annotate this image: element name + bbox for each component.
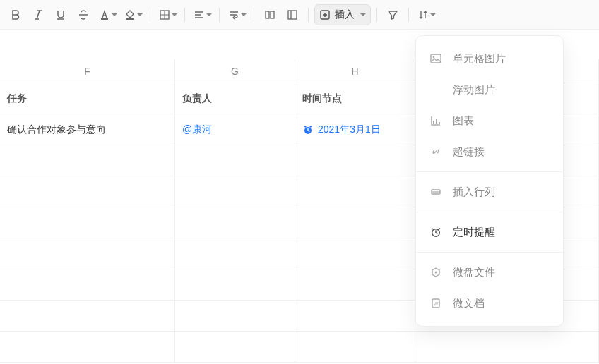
doc-icon: W (429, 296, 443, 310)
svg-rect-7 (126, 18, 134, 20)
toolbar-divider (308, 8, 309, 22)
insert-label: 插入 (335, 8, 355, 21)
toolbar-divider (376, 8, 377, 22)
toolbar-divider (408, 8, 409, 22)
menu-separator (416, 171, 563, 172)
menu-label: 单元格图片 (453, 52, 506, 66)
col-header-F[interactable]: F (0, 59, 175, 83)
menu-item-reminder[interactable]: 定时提醒 (416, 217, 563, 248)
toolbar: 插入 (0, 0, 599, 30)
toolbar-divider (219, 8, 220, 22)
cell-owner[interactable]: @康河 (175, 114, 295, 145)
menu-label: 微盘文件 (453, 266, 495, 279)
col-header-H[interactable]: H (295, 59, 415, 83)
strikethrough-button[interactable] (73, 5, 93, 25)
insert-button[interactable]: 插入 (314, 4, 371, 25)
chevron-down-icon (360, 13, 366, 16)
menu-separator (416, 212, 563, 212)
wrap-button[interactable] (225, 5, 248, 25)
date-chip[interactable]: 2021年3月1日 (302, 123, 381, 136)
menu-item-floating-image[interactable]: 浮动图片 (416, 74, 563, 105)
chevron-down-icon (137, 13, 143, 16)
filter-button[interactable] (383, 5, 403, 25)
svg-rect-15 (266, 11, 269, 18)
align-button[interactable] (191, 5, 213, 25)
date-text: 2021年3月1日 (318, 123, 381, 136)
svg-rect-6 (101, 18, 108, 20)
chevron-down-icon (172, 13, 177, 16)
table-row (0, 332, 599, 363)
menu-label: 超链接 (453, 145, 485, 159)
plus-box-icon (319, 9, 331, 20)
chevron-down-icon (112, 13, 117, 16)
insert-menu: 单元格图片 浮动图片 图表 超链接 插入行列 定时提醒 微盘文件 W 微文档 (415, 35, 564, 327)
svg-rect-23 (431, 54, 441, 63)
image-icon (429, 51, 443, 66)
cell-task[interactable]: 确认合作对象参与意向 (0, 114, 175, 145)
svg-rect-16 (271, 11, 274, 18)
merge-button[interactable] (260, 5, 280, 25)
fill-color-button[interactable] (121, 5, 144, 25)
menu-item-insert-rc[interactable]: 插入行列 (416, 176, 563, 207)
menu-item-wedoc[interactable]: W 微文档 (416, 288, 563, 319)
blank-icon (429, 83, 443, 97)
menu-label: 插入行列 (453, 186, 495, 199)
header-cell-task[interactable]: 任务 (0, 83, 175, 114)
chevron-down-icon (430, 13, 436, 16)
svg-rect-26 (436, 119, 437, 124)
font-color-button[interactable] (96, 5, 119, 25)
mention[interactable]: @康河 (182, 123, 212, 136)
chevron-down-icon (241, 13, 247, 16)
alarm-icon (302, 124, 314, 135)
svg-rect-17 (288, 11, 297, 19)
chevron-down-icon (206, 13, 212, 16)
freeze-button[interactable] (283, 5, 302, 25)
toolbar-divider (184, 8, 185, 22)
menu-item-hyperlink[interactable]: 超链接 (416, 136, 563, 167)
svg-rect-27 (439, 122, 440, 124)
bold-button[interactable] (6, 5, 25, 25)
menu-label: 微文档 (453, 297, 485, 310)
svg-rect-25 (433, 121, 434, 124)
header-cell-time[interactable]: 时间节点 (295, 83, 415, 114)
col-header-G[interactable]: G (175, 59, 295, 83)
menu-separator (416, 252, 563, 253)
toolbar-divider (254, 8, 254, 22)
cell-time[interactable]: 2021年3月1日 (295, 114, 415, 145)
svg-text:W: W (434, 301, 439, 306)
italic-button[interactable] (28, 5, 48, 25)
menu-item-cell-image[interactable]: 单元格图片 (416, 43, 563, 74)
menu-label: 定时提醒 (453, 226, 495, 239)
chart-icon (429, 114, 443, 128)
toolbar-divider (150, 8, 150, 22)
underline-button[interactable] (51, 5, 71, 25)
svg-point-31 (435, 272, 437, 274)
svg-line-2 (37, 11, 40, 19)
alarm-icon (429, 225, 443, 239)
menu-label: 浮动图片 (453, 83, 495, 97)
borders-button[interactable] (156, 5, 179, 25)
row-col-icon (429, 185, 443, 199)
header-cell-owner[interactable]: 负责人 (175, 83, 295, 114)
svg-point-24 (433, 56, 435, 59)
drive-icon (429, 265, 443, 279)
link-icon (429, 145, 443, 159)
menu-item-wedrive[interactable]: 微盘文件 (416, 257, 563, 288)
menu-item-chart[interactable]: 图表 (416, 105, 563, 136)
sort-button[interactable] (415, 5, 437, 25)
menu-label: 图表 (453, 114, 474, 128)
